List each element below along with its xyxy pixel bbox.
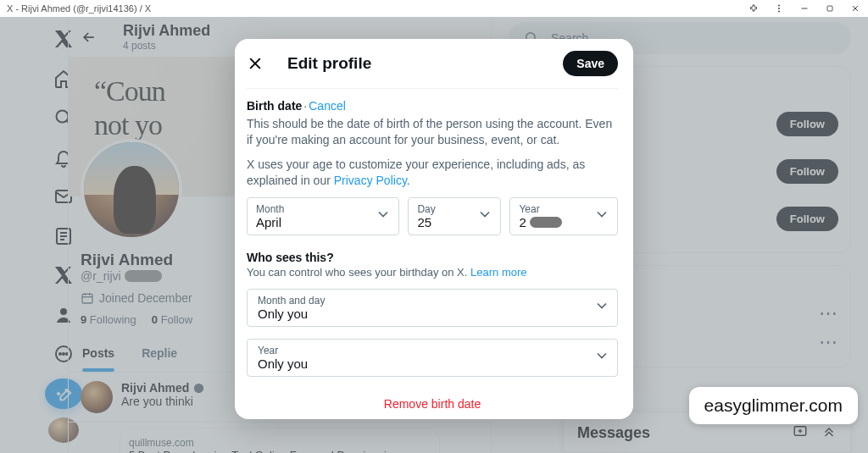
- minimize-button[interactable]: [798, 3, 810, 14]
- svg-point-0: [778, 5, 780, 7]
- birth-date-heading: Birth date·Cancel: [247, 99, 618, 113]
- month-select[interactable]: Month April: [247, 197, 399, 235]
- svg-rect-4: [827, 6, 832, 11]
- privacy-policy-link[interactable]: Privacy Policy: [334, 174, 407, 187]
- chevron-down-icon: [593, 206, 610, 226]
- year-visibility-select[interactable]: Year Only you: [247, 339, 618, 377]
- year-select[interactable]: Year 2: [509, 197, 618, 235]
- chevron-down-icon: [375, 206, 392, 226]
- learn-more-link[interactable]: Learn more: [470, 266, 526, 279]
- watermark: easyglimmer.com: [689, 387, 858, 424]
- window-close-button[interactable]: [849, 3, 861, 14]
- chevron-down-icon: [476, 206, 493, 226]
- who-sees-heading: Who sees this?: [247, 251, 618, 264]
- extension-icon[interactable]: [748, 3, 760, 14]
- day-select[interactable]: Day 25: [408, 197, 501, 235]
- maximize-button[interactable]: [824, 3, 836, 14]
- who-sees-description: You can control who sees your birthday o…: [247, 266, 618, 279]
- birth-date-description: This should be the date of birth of the …: [247, 116, 618, 148]
- month-day-visibility-select[interactable]: Month and day Only you: [247, 289, 618, 327]
- svg-point-2: [778, 11, 780, 13]
- redacted-year: [530, 217, 562, 228]
- remove-birth-date-button[interactable]: Remove birth date: [247, 389, 618, 416]
- save-button[interactable]: Save: [563, 51, 618, 76]
- chevron-down-icon: [593, 347, 610, 367]
- edit-profile-modal: Edit profile Save Birth date·Cancel This…: [235, 39, 633, 419]
- modal-title: Edit profile: [287, 54, 539, 73]
- browser-titlebar: X - Rijvi Ahmed (@r_rijvi14136) / X: [0, 0, 868, 17]
- close-icon[interactable]: [247, 55, 264, 72]
- cancel-link[interactable]: Cancel: [309, 99, 346, 113]
- svg-point-1: [778, 8, 780, 9]
- overflow-icon[interactable]: [773, 3, 785, 14]
- chevron-down-icon: [593, 297, 610, 318]
- birth-date-description-2: X uses your age to customize your experi…: [247, 157, 618, 189]
- window-title: X - Rijvi Ahmed (@r_rijvi14136) / X: [7, 3, 151, 14]
